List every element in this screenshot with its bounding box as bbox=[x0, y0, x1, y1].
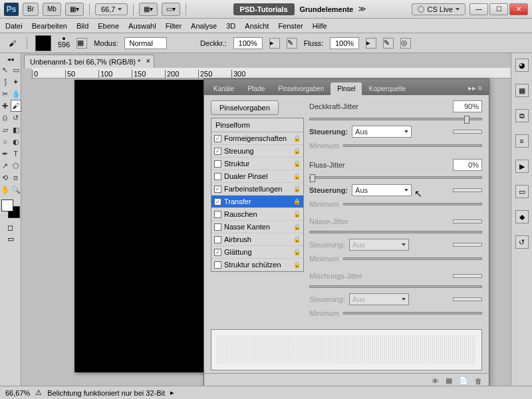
gradient-tool[interactable]: ◧ bbox=[11, 124, 21, 136]
eyedropper-tool[interactable]: 💧 bbox=[11, 88, 21, 100]
checkbox[interactable] bbox=[214, 236, 221, 243]
view-extras-button[interactable]: ▦▾ bbox=[65, 3, 84, 16]
list-item[interactable]: Nasse Kanten🔒 bbox=[211, 221, 303, 233]
create-icon[interactable]: 📄 bbox=[459, 376, 468, 385]
menu-fenster[interactable]: Fenster bbox=[278, 22, 303, 30]
fluss-input[interactable]: 100% bbox=[330, 37, 359, 49]
adjustments-panel-icon[interactable]: ≡ bbox=[515, 134, 529, 148]
deckkraft-flyout[interactable]: ▸ bbox=[269, 38, 280, 49]
fluss-jitter-value[interactable]: 0% bbox=[453, 159, 482, 171]
tablet-pressure-icon[interactable]: ◎ bbox=[400, 38, 411, 49]
3d-tool[interactable]: ⟲ bbox=[0, 172, 11, 184]
cslive-button[interactable]: CS Live bbox=[412, 3, 466, 15]
list-item[interactable]: Streuung🔒 bbox=[211, 145, 303, 158]
workspace-name[interactable]: Grundelemente bbox=[300, 5, 354, 13]
expand-icon[interactable]: ≫ bbox=[358, 5, 366, 13]
fg-bg-colors[interactable] bbox=[1, 200, 20, 218]
type-tool[interactable]: T bbox=[11, 148, 21, 160]
lock-icon[interactable]: 🔒 bbox=[293, 198, 301, 205]
menu-datei[interactable]: Datei bbox=[5, 22, 23, 30]
arrange-button[interactable]: ▦▾ bbox=[139, 3, 158, 16]
menu-analyse[interactable]: Analyse bbox=[191, 22, 217, 30]
toggle-preview-icon[interactable]: 👁 bbox=[432, 377, 439, 385]
panel-menu-icon[interactable]: ▸▸ ≡ bbox=[464, 81, 486, 95]
wand-tool[interactable]: ✦ bbox=[11, 76, 21, 88]
list-item[interactable]: Airbrush🔒 bbox=[211, 233, 303, 246]
list-item[interactable]: Struktur🔒 bbox=[211, 158, 303, 170]
steuerung-select[interactable]: Aus bbox=[352, 184, 412, 196]
workspace-label[interactable]: PSD-Tutorials bbox=[233, 3, 295, 15]
checkbox[interactable] bbox=[214, 148, 221, 155]
status-zoom[interactable]: 66,67% bbox=[5, 389, 30, 397]
lock-icon[interactable]: 🔒 bbox=[293, 249, 301, 255]
tab-kanaele[interactable]: Kanäle bbox=[207, 82, 241, 95]
canvas[interactable] bbox=[74, 80, 204, 372]
list-item[interactable]: Farbeinstellungen🔒 bbox=[211, 183, 303, 196]
lock-icon[interactable]: 🔒 bbox=[293, 223, 301, 230]
new-preset-icon[interactable]: ▦ bbox=[446, 376, 452, 385]
menu-ebene[interactable]: Ebene bbox=[98, 22, 119, 30]
dodge-tool[interactable]: ◐ bbox=[11, 136, 21, 148]
menu-3d[interactable]: 3D bbox=[226, 22, 235, 30]
collapse-icon[interactable]: ◂◂ bbox=[7, 56, 14, 63]
checkbox[interactable] bbox=[214, 211, 221, 218]
lock-icon[interactable]: 🔒 bbox=[293, 236, 301, 243]
screenmode-icon[interactable]: ▭ bbox=[7, 235, 14, 243]
pressure-opacity-icon[interactable]: ✎ bbox=[287, 38, 297, 49]
swatches-panel-icon[interactable]: ▦ bbox=[515, 84, 529, 97]
menu-auswahl[interactable]: Auswahl bbox=[128, 22, 156, 30]
paths-panel-icon[interactable]: ◆ bbox=[515, 210, 529, 223]
menu-hilfe[interactable]: Hilfe bbox=[313, 22, 327, 30]
menu-bild[interactable]: Bild bbox=[76, 22, 88, 30]
menu-bearbeiten[interactable]: Bearbeiten bbox=[32, 22, 67, 30]
fluss-flyout[interactable]: ▸ bbox=[366, 38, 376, 49]
lock-icon[interactable]: 🔒 bbox=[293, 186, 301, 192]
screen-mode-button[interactable]: ▭▾ bbox=[162, 3, 180, 16]
maximize-button[interactable]: ☐ bbox=[489, 3, 508, 15]
crop-tool[interactable]: ✂ bbox=[0, 88, 11, 100]
color-panel-icon[interactable]: ◕ bbox=[515, 59, 529, 72]
minimize-button[interactable]: — bbox=[469, 3, 488, 15]
lock-icon[interactable]: 🔒 bbox=[293, 135, 301, 142]
tab-kopierquelle[interactable]: Kopierquelle bbox=[362, 82, 412, 95]
checkbox[interactable] bbox=[214, 186, 221, 193]
brush-preset-picker[interactable]: 596 bbox=[58, 37, 70, 49]
status-flyout[interactable]: ▸ bbox=[170, 388, 174, 397]
history-brush-tool[interactable]: ↺ bbox=[11, 112, 21, 124]
pinselvorgaben-button[interactable]: Pinselvorgaben bbox=[211, 100, 279, 115]
zoom-level[interactable]: 66,7 bbox=[95, 3, 128, 15]
close-button[interactable]: ✕ bbox=[509, 3, 528, 15]
quickmask-icon[interactable]: ◻ bbox=[7, 223, 13, 232]
checkbox[interactable] bbox=[214, 249, 221, 256]
list-item[interactable]: Struktur schützen🔒 bbox=[211, 259, 303, 271]
trash-icon[interactable]: 🗑 bbox=[475, 377, 482, 385]
color-swatch[interactable] bbox=[35, 35, 51, 51]
hand-tool[interactable]: ✋ bbox=[0, 184, 11, 196]
tab-pinsel[interactable]: Pinsel bbox=[331, 82, 362, 95]
document-tab[interactable]: Unbenannt-1 bei 66,7% (RGB/8) *✕ bbox=[24, 55, 154, 68]
checkbox[interactable] bbox=[214, 173, 221, 180]
heal-tool[interactable]: ✚ bbox=[0, 100, 11, 112]
checkbox[interactable] bbox=[214, 135, 221, 142]
list-item[interactable]: Formeigenschaften🔒 bbox=[211, 132, 303, 145]
lock-icon[interactable]: 🔒 bbox=[293, 160, 301, 167]
checkbox[interactable] bbox=[214, 261, 221, 269]
layers-panel-icon[interactable]: ▶ bbox=[515, 160, 529, 173]
menu-filter[interactable]: Filter bbox=[166, 22, 182, 30]
deckkraft-jitter-value[interactable]: 90% bbox=[453, 100, 482, 112]
modus-select[interactable]: Normal bbox=[124, 37, 166, 49]
eraser-tool[interactable]: ▱ bbox=[0, 124, 11, 136]
styles-panel-icon[interactable]: ⧉ bbox=[515, 109, 529, 122]
brush-tool[interactable]: 🖌 bbox=[11, 100, 21, 112]
minibridge-button[interactable]: Mb bbox=[43, 3, 61, 16]
shape-tool[interactable]: ⬠ bbox=[11, 160, 21, 172]
brush-panel-toggle[interactable]: ▦ bbox=[76, 38, 87, 49]
deckkraft-input[interactable]: 100% bbox=[233, 37, 263, 49]
stamp-tool[interactable]: ⎙ bbox=[0, 112, 11, 124]
menu-ansicht[interactable]: Ansicht bbox=[245, 22, 269, 30]
checkbox[interactable] bbox=[214, 223, 221, 231]
history-panel-icon[interactable]: ↺ bbox=[515, 235, 529, 249]
tab-pinselvorgaben[interactable]: Pinselvorgaben bbox=[271, 82, 331, 95]
airbrush-icon[interactable]: ✎ bbox=[383, 38, 394, 49]
list-item[interactable]: Glättung🔒 bbox=[211, 246, 303, 259]
